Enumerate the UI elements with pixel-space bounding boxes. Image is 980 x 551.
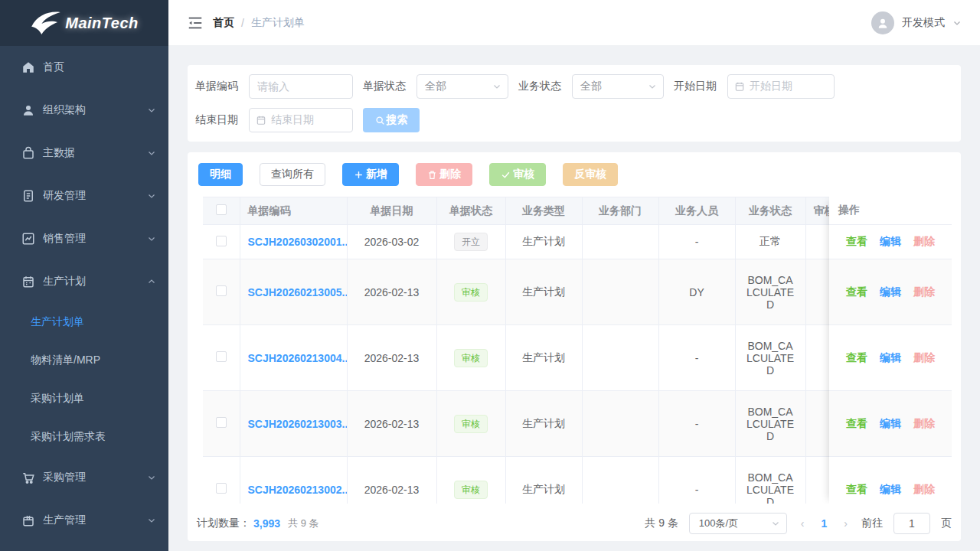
start-date-label: 开始日期: [674, 80, 720, 93]
total-records-left: 共 9 条: [288, 517, 318, 530]
row-checkbox[interactable]: [216, 285, 227, 296]
row-checkbox[interactable]: [216, 483, 227, 494]
sidebar-item-sales[interactable]: 销售管理: [0, 217, 168, 260]
delete-link[interactable]: 删除: [913, 285, 935, 299]
view-link[interactable]: 查看: [846, 235, 867, 249]
row-actions: 查看 编辑 删除: [829, 391, 952, 457]
doc-status-tag: 审核: [454, 283, 488, 302]
select-all-checkbox[interactable]: [216, 204, 227, 215]
user-menu[interactable]: 开发模式: [871, 11, 962, 34]
edit-link[interactable]: 编辑: [880, 417, 901, 431]
sidebar-item-home[interactable]: 首页: [0, 46, 168, 89]
row-actions: 查看 编辑 删除: [829, 259, 952, 325]
view-link[interactable]: 查看: [846, 483, 867, 497]
unaudit-button[interactable]: 反审核: [563, 163, 618, 186]
cell-biz-dept: [582, 391, 658, 457]
sidebar-item-production-plan[interactable]: 生产计划: [0, 260, 168, 303]
row-checkbox[interactable]: [216, 351, 227, 362]
delete-link[interactable]: 删除: [913, 417, 935, 431]
sidebar-item-org[interactable]: 组织架构: [0, 89, 168, 132]
sidebar-subitem-bom-mrp[interactable]: 物料清单/MRP: [0, 341, 168, 380]
row-checkbox[interactable]: [216, 236, 227, 246]
edit-link[interactable]: 编辑: [880, 285, 901, 299]
row-checkbox[interactable]: [216, 417, 227, 428]
biz-status-select[interactable]: 全部: [572, 74, 664, 99]
biz-status-select-value: 全部: [580, 80, 602, 93]
view-link[interactable]: 查看: [846, 417, 867, 431]
doc-status-label: 单据状态: [363, 80, 409, 93]
doc-code-input[interactable]: [249, 74, 353, 99]
doc-code-label: 单据编码: [195, 80, 241, 93]
box-icon: [21, 514, 35, 527]
next-page-button[interactable]: ›: [841, 517, 851, 530]
plan-count-value: 3,993: [253, 517, 280, 530]
end-date-label: 结束日期: [195, 113, 241, 127]
view-link[interactable]: 查看: [846, 351, 867, 365]
sidebar-item-rnd[interactable]: 研发管理: [0, 174, 168, 217]
goto-page-input[interactable]: [893, 513, 930, 534]
edit-link[interactable]: 编辑: [880, 235, 901, 249]
breadcrumb-home[interactable]: 首页: [213, 16, 234, 30]
add-button[interactable]: 新增: [342, 163, 399, 186]
doc-code-link[interactable]: SCJH20260213005...: [248, 286, 348, 298]
pagination: 共 9 条 100条/页 ‹ 1 › 前往 页: [645, 513, 952, 534]
calendar-icon: [734, 81, 745, 92]
sidebar-item-label: 生产管理: [43, 514, 86, 527]
chart-icon: [21, 232, 35, 246]
toolbar: 明细 查询所有 新增 删除 审核 反审核: [188, 152, 961, 186]
col-header-doc-code: 单据编码: [240, 197, 347, 225]
chevron-down-icon: [147, 106, 156, 115]
query-all-button[interactable]: 查询所有: [260, 163, 325, 186]
start-date-input[interactable]: 开始日期: [727, 74, 835, 99]
edit-link[interactable]: 编辑: [880, 351, 901, 365]
sidebar-menu: 首页 组织架构 主数据 研发管理 销售管: [0, 46, 168, 542]
chevron-down-icon: [147, 234, 156, 243]
delete-link[interactable]: 删除: [913, 351, 935, 365]
doc-code-link[interactable]: SCJH20260213002...: [248, 484, 348, 496]
sidebar-item-master-data[interactable]: 主数据: [0, 132, 168, 174]
audit-button[interactable]: 审核: [489, 163, 546, 186]
view-link[interactable]: 查看: [846, 285, 867, 299]
col-header-biz-dept: 业务部门: [582, 197, 658, 225]
page-size-value: 100条/页: [699, 517, 738, 530]
filter-panel: 单据编码 单据状态 全部 业务状态 全部 开始日期 开始日期 结束日期 结束日期: [188, 65, 961, 142]
sidebar-item-label: 销售管理: [43, 232, 86, 246]
prev-page-button[interactable]: ‹: [798, 517, 808, 530]
doc-status-select-value: 全部: [425, 80, 446, 93]
page-size-select[interactable]: 100条/页: [689, 513, 787, 534]
sidebar-item-label: 采购管理: [43, 471, 86, 484]
plan-count-label: 计划数量：: [197, 517, 250, 530]
chevron-up-icon: [147, 277, 156, 286]
end-date-input[interactable]: 结束日期: [249, 108, 353, 132]
document-icon: [21, 189, 35, 203]
sidebar-subitem-purchase-plan-demand[interactable]: 采购计划需求表: [0, 418, 168, 456]
col-header-doc-date: 单据日期: [347, 197, 436, 225]
cell-biz-status: BOM_CALCULATED: [735, 391, 805, 457]
doc-code-link[interactable]: SCJH20260213003...: [248, 418, 348, 430]
delete-button[interactable]: 删除: [416, 163, 472, 186]
cell-doc-date: 2026-02-13: [347, 457, 436, 504]
chevron-down-icon: [147, 473, 156, 482]
doc-status-select[interactable]: 全部: [416, 74, 508, 99]
sidebar-subitem-production-plan-doc[interactable]: 生产计划单: [0, 303, 168, 341]
top-header: 首页 / 生产计划单 开发模式: [168, 0, 980, 46]
edit-link[interactable]: 编辑: [880, 483, 901, 497]
breadcrumb-current: 生产计划单: [251, 16, 305, 30]
search-button[interactable]: 搜索: [363, 108, 420, 132]
app-logo-text: MainTech: [65, 15, 139, 32]
doc-code-link[interactable]: SCJH20260302001...: [248, 236, 348, 248]
sidebar-item-production-mgmt[interactable]: 生产管理: [0, 499, 168, 542]
page-number-1[interactable]: 1: [818, 517, 831, 530]
row-actions: 查看 编辑 删除: [829, 325, 952, 391]
cell-biz-dept: [582, 225, 658, 259]
fold-menu-icon[interactable]: [187, 15, 204, 31]
delete-link[interactable]: 删除: [913, 483, 935, 497]
chevron-down-icon: [147, 516, 156, 525]
sidebar-subitem-purchase-plan-doc[interactable]: 采购计划单: [0, 380, 168, 418]
cell-biz-type: 生产计划: [505, 325, 582, 391]
delete-link[interactable]: 删除: [913, 235, 935, 249]
logo-swoosh-icon: [30, 11, 62, 35]
detail-button[interactable]: 明细: [198, 163, 243, 186]
sidebar-item-purchasing[interactable]: 采购管理: [0, 456, 168, 499]
doc-code-link[interactable]: SCJH20260213004...: [248, 352, 348, 364]
